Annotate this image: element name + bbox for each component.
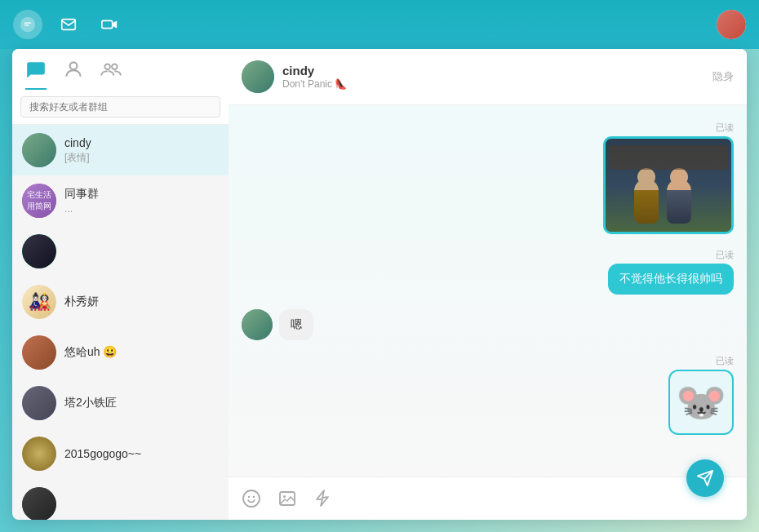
chat-contact-name: cindy <box>282 64 712 78</box>
list-item[interactable]: 悠哈uh 😀 <box>12 327 229 378</box>
contact-info: 朴秀妍 <box>64 295 219 309</box>
svg-rect-2 <box>102 20 113 28</box>
contact-info: 2015gogogo~~ <box>64 447 219 460</box>
sticker-bubble: 🐭 <box>668 370 734 435</box>
video-icon-btn[interactable] <box>95 10 124 39</box>
contact-name: 塔2小铁匠 <box>64 396 219 410</box>
contact-info: 悠哈uh 😀 <box>64 345 219 360</box>
avatar: 🎎 <box>22 285 56 319</box>
contact-name: 2015gogogo~~ <box>64 447 219 460</box>
message-row: 已读 <box>242 122 734 234</box>
chat-contact-status: Don't Panic 👠 <box>282 78 712 90</box>
emoji-button[interactable] <box>242 489 261 508</box>
avatar <box>22 386 56 420</box>
msg-content: 已读 🐭 <box>668 355 734 435</box>
svg-point-0 <box>20 17 35 32</box>
contact-name: cindy <box>64 136 219 149</box>
send-button[interactable] <box>686 459 724 497</box>
avatar <box>22 437 56 471</box>
contact-info: cindy [表情] <box>64 136 219 165</box>
text-bubble-received: 嗯 <box>279 309 313 340</box>
msg-content: 嗯 <box>279 309 313 340</box>
lightning-button[interactable] <box>313 489 333 508</box>
list-item[interactable]: 2015gogogo~~ <box>12 428 229 479</box>
avatar <box>22 335 56 370</box>
user-avatar[interactable] <box>717 10 746 39</box>
contact-name: 悠哈uh 😀 <box>64 345 219 360</box>
message-row: 已读 🐭 <box>242 355 734 435</box>
chat-header-avatar <box>242 60 274 93</box>
svg-point-3 <box>70 62 78 69</box>
avatar <box>22 234 56 268</box>
chat-messages: 已读 <box>229 105 747 477</box>
contact-info: 同事群 ... <box>64 187 219 215</box>
search-input[interactable] <box>20 96 220 117</box>
list-item[interactable]: 塔2小铁匠 <box>12 378 229 428</box>
msg-content: 已读 不觉得他长得很帅吗 <box>608 249 734 295</box>
text-bubble: 不觉得他长得很帅吗 <box>608 264 734 295</box>
list-item[interactable] <box>12 479 229 520</box>
list-item[interactable]: 宅生活用简网 同事群 ... <box>12 175 229 226</box>
list-item[interactable] <box>12 226 229 277</box>
tab-contacts[interactable] <box>63 59 84 90</box>
svg-point-8 <box>253 496 255 498</box>
image-button[interactable] <box>277 489 297 508</box>
contact-info: 塔2小铁匠 <box>64 396 219 410</box>
chat-area: cindy Don't Panic 👠 隐身 已读 <box>229 49 747 520</box>
sidebar: cindy [表情] 宅生活用简网 同事群 ... <box>12 49 229 520</box>
search-box <box>12 90 229 125</box>
read-label: 已读 <box>716 249 734 261</box>
chat-toolbar <box>229 477 747 520</box>
list-item[interactable]: 🎎 朴秀妍 <box>12 277 229 327</box>
sidebar-tabs <box>12 49 229 90</box>
chat-header: cindy Don't Panic 👠 隐身 <box>229 49 747 105</box>
msg-content: 已读 <box>603 122 734 234</box>
contact-list: cindy [表情] 宅生活用简网 同事群 ... <box>12 125 229 520</box>
avatar: 宅生活用简网 <box>22 184 56 218</box>
svg-point-6 <box>243 490 260 507</box>
chat-icon-btn[interactable] <box>13 10 42 39</box>
svg-point-4 <box>104 64 110 70</box>
message-row: 已读 不觉得他长得很帅吗 <box>242 249 734 295</box>
top-bar <box>0 0 759 49</box>
tab-groups[interactable] <box>100 59 122 90</box>
svg-point-7 <box>248 496 250 498</box>
message-row: 嗯 <box>242 309 734 340</box>
avatar <box>22 133 56 167</box>
contact-status: [表情] <box>64 151 219 165</box>
svg-point-5 <box>112 64 118 70</box>
tab-chat[interactable] <box>25 59 47 90</box>
list-item[interactable]: cindy [表情] <box>12 125 229 175</box>
msg-avatar <box>242 309 273 340</box>
mail-icon-btn[interactable] <box>54 10 83 39</box>
svg-point-10 <box>283 495 286 498</box>
contact-name: 同事群 <box>64 187 219 202</box>
chat-header-info: cindy Don't Panic 👠 <box>282 64 712 90</box>
contact-status: ... <box>64 203 219 215</box>
read-label: 已读 <box>716 122 734 134</box>
contact-name: 朴秀妍 <box>64 295 219 309</box>
hide-button[interactable]: 隐身 <box>712 69 734 84</box>
read-label: 已读 <box>716 355 734 367</box>
avatar <box>22 487 56 520</box>
bubble-image[interactable] <box>603 136 734 234</box>
main-container: cindy [表情] 宅生活用简网 同事群 ... <box>12 49 747 520</box>
